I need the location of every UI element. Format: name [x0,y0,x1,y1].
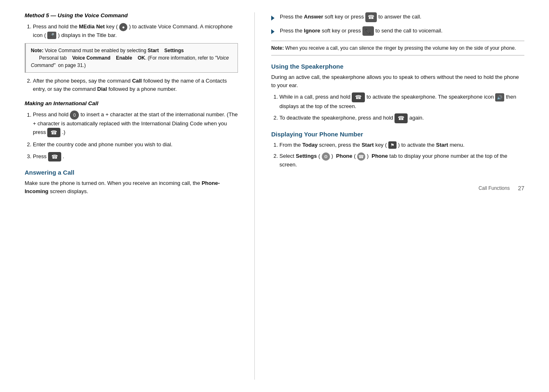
display-step1: From the Today screen, press the Start k… [279,141,524,149]
start-menu-label: Start [436,142,448,148]
method5-section: Method 5 — Using the Voice Command Press… [25,12,238,93]
display-number-section: Displaying Your Phone Number From the To… [271,131,524,169]
ignore-btn: 📞 [362,26,374,36]
settings-icon: ⚙ [322,152,330,161]
media-net-label: MEdia Net [79,23,105,30]
international-title: Making an International Call [25,100,238,106]
international-step2: Enter the country code and phone number … [33,141,238,149]
speakerphone-step1: While in a call, press and hold ☎ to act… [279,92,524,110]
voice-command-label: Voice Command [72,55,111,61]
answer-bullet: Press the Answer soft key or press ☎ to … [271,12,524,22]
method5-title: Method 5 — Using the Voice Command [25,12,238,18]
speaker-icon: 🔊 [495,93,504,102]
international-step3: Press ☎ . [33,152,238,162]
ignore-label: Ignore [304,28,321,34]
international-section: Making an International Call Press and h… [25,100,238,161]
speakerphone-title: Using the Speakerphone [271,63,524,70]
international-steps: Press and hold 0 to insert a + character… [25,111,238,161]
send-key-icon: ☎ [47,128,60,138]
note-label: Note: [31,48,44,53]
footer-label: Call Functions [478,185,510,191]
display-step2: Select Settings ( ⚙ ) Phone ( ☎ ) Phone … [279,152,524,168]
method5-step2: After the phone beeps, say the command C… [33,77,238,93]
start-icon: ⚑ [388,141,397,149]
settings-label: Settings [164,48,184,53]
phone-incoming-label: Phone-Incoming [25,180,220,194]
bullet-arrow-2 [271,28,277,36]
ok-label: OK [138,55,145,61]
microphone-icon: 🎤 [47,32,56,39]
today-label: Today [302,142,318,148]
speakerphone-steps: While in a call, press and hold ☎ to act… [271,92,524,123]
page-footer: Call Functions 27 [271,173,524,191]
start-key-label: Start [362,142,374,148]
answering-section: Answering a Call Make sure the phone is … [25,169,238,195]
phone-tab-label: Phone [371,153,388,159]
call-label: Call [132,78,142,84]
send-key-sp2: ☎ [394,113,408,123]
ignore-text: Press the Ignore soft key or press 📞 to … [280,26,524,36]
method5-note: Note: Voice Command must be enabled by s… [25,43,238,73]
send-key-icon-2: ☎ [48,152,61,162]
ignore-bullet: Press the Ignore soft key or press 📞 to … [271,26,524,36]
method5-step1: Press and hold the MEdia Net key ( ● ) t… [33,23,238,39]
left-column: Method 5 — Using the Voice Command Press… [25,12,255,380]
settings-menu-label: Settings [296,153,317,159]
answer-label: Answer [304,14,323,20]
footer-page-number: 27 [518,185,524,191]
answer-btn: ☎ [365,12,377,22]
answering-text: Make sure the phone is turned on. When y… [25,179,238,195]
display-number-steps: From the Today screen, press the Start k… [271,141,524,169]
right-column: Press the Answer soft key or press ☎ to … [255,12,524,380]
page: Method 5 — Using the Voice Command Press… [0,0,549,392]
start-label: Start [148,48,159,53]
display-number-title: Displaying Your Phone Number [271,131,524,138]
media-net-icon: ● [119,23,127,31]
dial-label: Dial [97,86,107,92]
phone-nav-icon: ☎ [357,152,365,161]
answer-text: Press the Answer soft key or press ☎ to … [280,12,524,22]
answering-note: Note: When you receive a call, you can s… [271,41,524,55]
note-label-2: Note: [271,45,284,51]
speakerphone-section: Using the Speakerphone During an active … [271,63,524,123]
zero-key-icon: 0 [70,111,79,120]
bullet-arrow-1 [271,14,277,22]
speakerphone-step2: To deactivate the speakerphone, press an… [279,113,524,123]
phone-menu-label: Phone [336,153,353,159]
method5-steps: Press and hold the MEdia Net key ( ● ) t… [25,23,238,39]
answering-title: Answering a Call [25,169,238,176]
method5-step2-list: After the phone beeps, say the command C… [25,77,238,93]
enable-label: Enable [116,55,132,61]
send-key-sp1: ☎ [352,92,365,102]
speakerphone-intro: During an active call, the speakerphone … [271,73,524,89]
international-step1: Press and hold 0 to insert a + character… [33,111,238,137]
